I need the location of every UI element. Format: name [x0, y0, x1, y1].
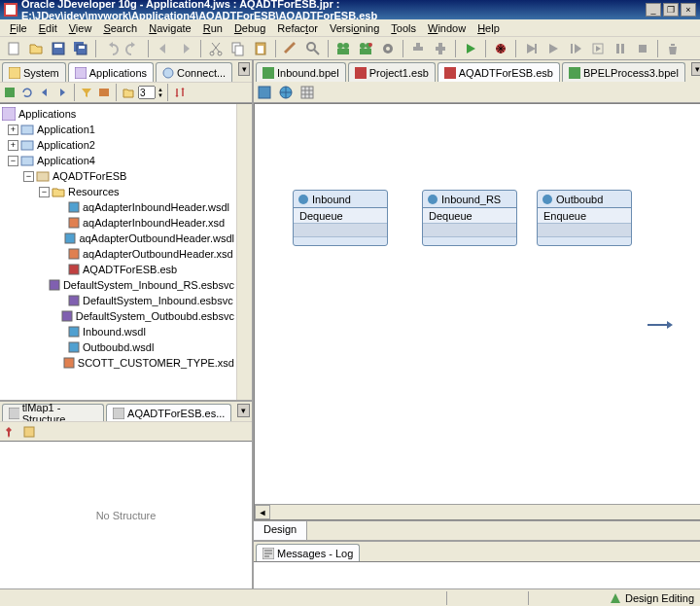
- collapse-icon[interactable]: −: [8, 156, 18, 166]
- tab-connections[interactable]: Connect...: [156, 62, 232, 82]
- save-button[interactable]: [49, 39, 68, 58]
- tree-file[interactable]: aqAdapterInboundHeader.xsd: [2, 215, 234, 231]
- sort-button[interactable]: [172, 85, 188, 100]
- next-button[interactable]: [54, 85, 70, 100]
- esb-service-box[interactable]: InboundDequeue: [293, 190, 388, 246]
- tree-file[interactable]: aqAdapterOutboundHeader.wsdl: [2, 231, 234, 246]
- pause-button[interactable]: [611, 39, 630, 58]
- operation-row[interactable]: Enqueue: [538, 208, 631, 224]
- filter-button[interactable]: [79, 85, 94, 100]
- forward-button[interactable]: [176, 39, 195, 58]
- new-app-button[interactable]: [2, 85, 18, 100]
- menu-file[interactable]: File: [4, 20, 33, 36]
- operation-row[interactable]: Dequeue: [294, 208, 387, 224]
- paste-button[interactable]: [251, 39, 270, 58]
- panel-menu-button[interactable]: ▾: [237, 404, 250, 417]
- menu-tools[interactable]: Tools: [385, 20, 422, 36]
- expand-icon[interactable]: +: [8, 125, 18, 135]
- brush-button[interactable]: [281, 39, 300, 58]
- cut-button[interactable]: [206, 39, 226, 58]
- tree-file[interactable]: DefaultSystem_Inbound_RS.esbsvc: [2, 277, 234, 293]
- level-input[interactable]: [138, 86, 156, 99]
- menu-debug[interactable]: Debug: [228, 20, 271, 36]
- editor-tab[interactable]: Inbound.bpel: [256, 62, 346, 82]
- tree-file[interactable]: aqAdapterInboundHeader.wsdl: [2, 199, 234, 215]
- menu-window[interactable]: Window: [422, 20, 472, 36]
- step-into-button[interactable]: [543, 39, 563, 58]
- tab-messages-log[interactable]: Messages - Log: [256, 544, 360, 561]
- tree-file[interactable]: Outboubd.wsdl: [2, 339, 234, 355]
- show-libs-button[interactable]: [96, 85, 112, 100]
- menu-help[interactable]: Help: [472, 20, 506, 36]
- redo-button[interactable]: [123, 39, 143, 58]
- run-button[interactable]: [461, 39, 480, 58]
- tree-app[interactable]: −Application4: [2, 153, 234, 168]
- design-canvas[interactable]: InboundDequeueInbound_RSDequeueOutboubdE…: [254, 103, 700, 520]
- rebuild-button[interactable]: [431, 39, 450, 58]
- back-button[interactable]: [154, 39, 173, 58]
- debug-button[interactable]: [491, 39, 510, 58]
- expand-icon[interactable]: +: [8, 140, 18, 151]
- esb-service-box[interactable]: OutboubdEnqueue: [537, 190, 632, 246]
- esb-service-box[interactable]: Inbound_RSDequeue: [422, 190, 517, 246]
- messages-body[interactable]: [254, 561, 700, 588]
- minimize-button[interactable]: _: [646, 3, 661, 17]
- people-button[interactable]: [333, 39, 353, 58]
- menu-refactor[interactable]: Refactor: [271, 20, 324, 36]
- collapse-icon[interactable]: −: [39, 187, 50, 197]
- scroll-left-button[interactable]: ◄: [255, 505, 270, 519]
- tab-list-button[interactable]: ▾: [691, 62, 700, 76]
- menu-run[interactable]: Run: [197, 20, 228, 36]
- maximize-button[interactable]: ❐: [663, 3, 679, 17]
- tab-aqadt-structure[interactable]: AQADTForESB.es...: [106, 404, 231, 421]
- operation-row[interactable]: Dequeue: [423, 208, 516, 224]
- tree-file[interactable]: DefaultSystem_Inbound.esbsvc: [2, 293, 234, 308]
- close-button[interactable]: ×: [681, 3, 696, 17]
- gc-button[interactable]: [663, 39, 682, 58]
- menu-search[interactable]: Search: [97, 20, 143, 36]
- save-all-button[interactable]: [71, 39, 90, 58]
- freeze-icon[interactable]: [22, 425, 36, 439]
- prev-button[interactable]: [37, 85, 52, 100]
- tree-scrollbar[interactable]: [236, 104, 252, 400]
- tree-app[interactable]: +Application2: [2, 137, 234, 153]
- tree-file[interactable]: aqAdapterOutboundHeader.xsd: [2, 246, 234, 262]
- spinner-down[interactable]: ▼: [158, 92, 163, 98]
- tab-applications[interactable]: Applications: [68, 62, 154, 82]
- gear-button[interactable]: [378, 39, 398, 58]
- refresh-button[interactable]: [19, 85, 35, 100]
- canvas-hscroll[interactable]: ◄ ►: [255, 504, 700, 519]
- tree-file[interactable]: SCOTT_CUSTOMER_TYPE.xsd: [2, 355, 234, 371]
- refresh-diagram-button[interactable]: [256, 84, 273, 101]
- step-out-button[interactable]: [566, 39, 585, 58]
- step-to-button[interactable]: [588, 39, 608, 58]
- build-button[interactable]: [408, 39, 428, 58]
- tree-root[interactable]: Applications: [2, 106, 234, 122]
- tree-folder[interactable]: −Resources: [2, 184, 234, 199]
- editor-tab[interactable]: BPELProcess3.bpel: [562, 62, 685, 82]
- tab-tlmap-structure[interactable]: tlMap1 - Structure: [2, 404, 104, 421]
- grid-button[interactable]: [298, 84, 316, 101]
- pin-icon[interactable]: [2, 425, 16, 439]
- open-button[interactable]: [26, 39, 46, 58]
- stop-button[interactable]: [633, 39, 652, 58]
- step-over-button[interactable]: [521, 39, 541, 58]
- collapse-icon[interactable]: −: [23, 171, 34, 182]
- menu-view[interactable]: View: [63, 20, 98, 36]
- menu-versioning[interactable]: Versioning: [324, 20, 385, 36]
- tree-app[interactable]: +Application1: [2, 122, 234, 137]
- tree-file[interactable]: AQADTForESB.esb: [2, 262, 234, 277]
- app-tree[interactable]: Applications +Application1 +Application2…: [0, 104, 236, 400]
- panel-menu-button[interactable]: ▾: [238, 62, 250, 76]
- tab-design[interactable]: Design: [254, 521, 307, 540]
- editor-tab[interactable]: Project1.esb: [348, 62, 436, 82]
- find-button[interactable]: [303, 39, 323, 58]
- people2-button[interactable]: [356, 39, 375, 58]
- copy-button[interactable]: [228, 39, 248, 58]
- undo-button[interactable]: [101, 39, 121, 58]
- menu-navigate[interactable]: Navigate: [143, 20, 196, 36]
- tree-project[interactable]: −AQADTForESB: [2, 168, 234, 184]
- world-button[interactable]: [277, 84, 295, 101]
- tab-system[interactable]: System: [2, 62, 66, 82]
- editor-tab[interactable]: AQADTForESB.esb: [438, 62, 560, 82]
